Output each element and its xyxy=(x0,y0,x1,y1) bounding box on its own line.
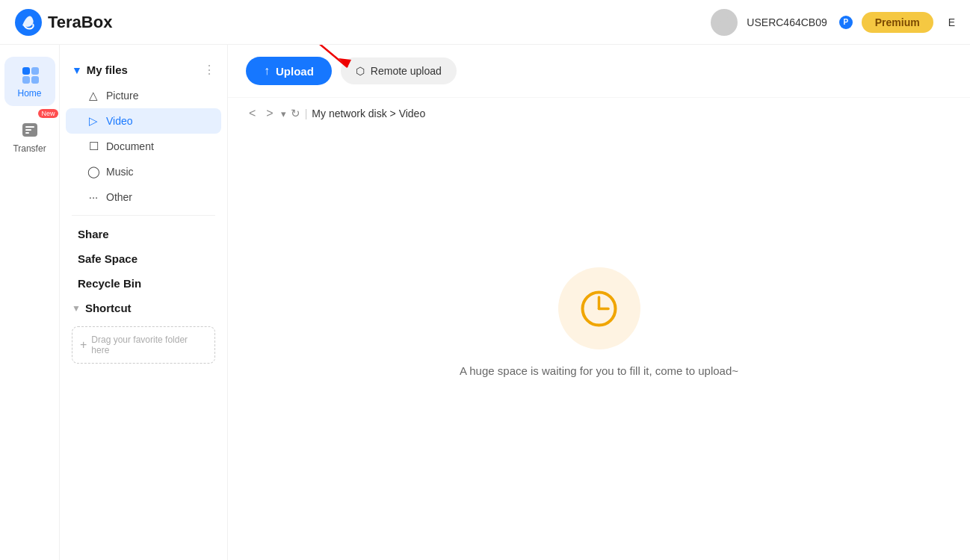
sidebar-item-transfer[interactable]: Transfer xyxy=(4,112,55,161)
svg-point-1 xyxy=(720,16,728,23)
share-label: Share xyxy=(78,228,109,240)
premium-button[interactable]: Premium xyxy=(862,12,933,33)
my-files-title: My files xyxy=(87,63,199,76)
forward-button[interactable]: > xyxy=(263,105,276,122)
breadcrumb-bar: < > ▾ ↻ | My network disk > Video xyxy=(228,98,970,129)
logo-text: TeraBox xyxy=(48,13,112,32)
svg-rect-5 xyxy=(31,67,39,75)
remote-upload-label: Remote upload xyxy=(371,65,442,77)
terabox-logo-icon xyxy=(15,9,42,36)
clock-icon xyxy=(578,288,620,329)
breadcrumb-path: My network disk > Video xyxy=(312,108,425,119)
plus-icon: + xyxy=(80,338,87,352)
safe-space-label: Safe Space xyxy=(78,252,138,265)
shortcut-title: Shortcut xyxy=(85,302,215,314)
sidebar-divider xyxy=(72,215,215,216)
header-extra: E xyxy=(948,16,955,28)
svg-rect-9 xyxy=(25,129,31,131)
upload-button[interactable]: ↑ Upload xyxy=(246,57,332,85)
other-icon: ··· xyxy=(87,190,100,203)
svg-rect-6 xyxy=(31,76,39,84)
svg-rect-10 xyxy=(25,132,29,134)
remote-upload-button[interactable]: ⬡ Remote upload xyxy=(341,57,457,84)
more-options-icon[interactable]: ⋮ xyxy=(203,63,215,77)
sidebar-item-music[interactable]: ◯ Music xyxy=(66,159,221,184)
upload-icon: ↑ xyxy=(264,64,270,78)
breadcrumb-dropdown-button[interactable]: ▾ xyxy=(281,108,286,119)
video-icon: ▷ xyxy=(87,114,100,128)
icon-nav: Home Transfer New xyxy=(0,45,60,560)
music-label: Music xyxy=(106,166,134,178)
refresh-button[interactable]: ↻ xyxy=(291,107,300,120)
svg-rect-3 xyxy=(22,67,30,75)
home-icon xyxy=(19,64,40,85)
svg-rect-8 xyxy=(25,126,34,128)
empty-state-message: A huge space is waiting for you to fill … xyxy=(460,364,738,377)
header: TeraBox USERC464CB09 P Premium E xyxy=(0,0,970,45)
shortcut-arrow-icon: ▼ xyxy=(72,303,81,314)
header-right: USERC464CB09 P Premium E xyxy=(711,9,955,36)
sidebar-item-picture[interactable]: △ Picture xyxy=(66,83,221,108)
document-icon: ☐ xyxy=(87,140,100,153)
empty-state: A huge space is waiting for you to fill … xyxy=(228,129,970,560)
my-files-section-header[interactable]: ▼ My files ⋮ xyxy=(60,57,227,83)
sidebar-item-recycle-bin[interactable]: Recycle Bin xyxy=(66,271,221,296)
sidebar: ▼ My files ⋮ △ Picture ▷ Video ☐ Documen… xyxy=(60,45,228,560)
svg-rect-4 xyxy=(22,76,30,84)
transfer-label: Transfer xyxy=(13,143,46,154)
svg-point-2 xyxy=(718,25,730,31)
drag-folder-box[interactable]: + Drag your favorite folder here xyxy=(72,326,215,364)
logo-area: TeraBox xyxy=(15,9,711,36)
sidebar-item-share[interactable]: Share xyxy=(66,222,221,246)
breadcrumb-separator: | xyxy=(305,108,308,119)
shortcut-section-header[interactable]: ▼ Shortcut xyxy=(60,296,227,320)
remote-upload-icon: ⬡ xyxy=(356,65,365,77)
music-icon: ◯ xyxy=(87,165,100,178)
back-button[interactable]: < xyxy=(246,105,259,122)
drag-folder-text: Drag your favorite folder here xyxy=(91,335,207,355)
sidebar-item-home[interactable]: Home xyxy=(4,57,55,106)
transfer-icon xyxy=(19,119,40,140)
sidebar-item-document[interactable]: ☐ Document xyxy=(66,134,221,159)
other-label: Other xyxy=(106,191,132,203)
new-badge: New xyxy=(38,109,58,118)
clock-circle xyxy=(558,267,640,349)
transfer-nav-wrapper: Transfer New xyxy=(4,112,55,161)
recycle-bin-label: Recycle Bin xyxy=(78,277,141,290)
main-content: ↑ Upload ⬡ Remote upload < > ▾ ↻ | My ne… xyxy=(228,45,970,560)
video-label: Video xyxy=(106,115,133,127)
my-files-arrow-icon: ▼ xyxy=(72,64,82,76)
home-label: Home xyxy=(17,88,41,99)
premium-badge-icon: P xyxy=(839,16,853,29)
upload-label: Upload xyxy=(276,65,314,78)
picture-label: Picture xyxy=(106,90,139,102)
username-label: USERC464CB09 xyxy=(747,16,827,28)
avatar xyxy=(711,9,738,36)
sidebar-item-other[interactable]: ··· Other xyxy=(66,184,221,209)
document-label: Document xyxy=(106,140,154,152)
picture-icon: △ xyxy=(87,89,100,102)
sidebar-item-safe-space[interactable]: Safe Space xyxy=(66,246,221,271)
toolbar: ↑ Upload ⬡ Remote upload xyxy=(228,45,970,98)
body: Home Transfer New ▼ My files xyxy=(0,45,970,560)
sidebar-item-video[interactable]: ▷ Video xyxy=(66,108,221,134)
